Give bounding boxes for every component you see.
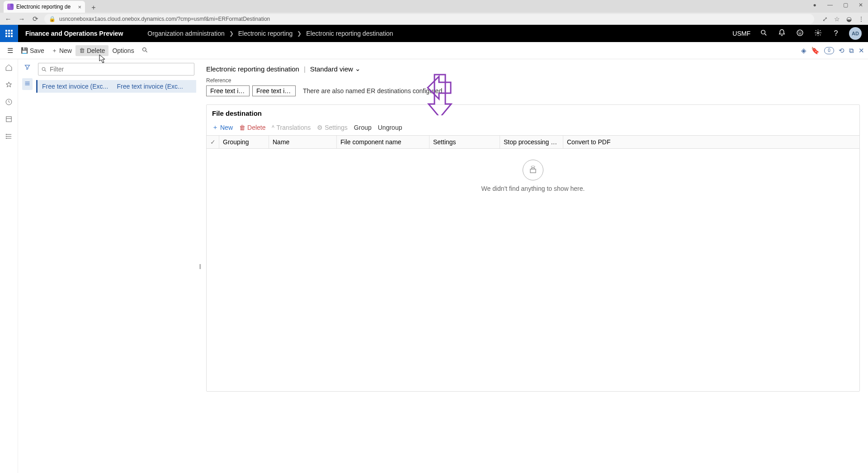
favicon-icon — [7, 4, 14, 10]
crumb-3[interactable]: Electronic reporting destination — [306, 30, 393, 37]
minimize-icon[interactable]: — — [826, 2, 834, 8]
star-icon[interactable] — [5, 81, 13, 90]
section-translations-button[interactable]: ᴬ Translations — [272, 123, 311, 132]
list-item-col2: Free text invoice (Exc... — [117, 83, 192, 90]
help-icon[interactable]: ? — [831, 29, 841, 38]
related-icon[interactable]: ◈ — [801, 47, 807, 55]
chevron-right-icon: ❯ — [297, 30, 302, 37]
section-delete-button[interactable]: 🗑 Delete — [239, 123, 265, 132]
trash-icon: 🗑 — [79, 47, 85, 54]
window-controls: ● — ▢ ✕ — [811, 2, 864, 8]
maximize-icon[interactable]: ▢ — [842, 2, 849, 8]
empty-state-text: We didn't find anything to show here. — [207, 185, 859, 192]
forward-icon[interactable]: → — [17, 15, 26, 23]
svg-line-21 — [45, 70, 46, 71]
grid-empty-state: We didn't find anything to show here. — [207, 149, 859, 219]
filter-icon[interactable] — [24, 64, 31, 72]
save-icon: 💾 — [21, 47, 28, 54]
kebab-icon[interactable]: ⋮ — [858, 15, 864, 23]
company-code[interactable]: USMF — [732, 30, 750, 37]
profile-icon[interactable]: ◒ — [846, 15, 852, 23]
grid-header-grouping[interactable]: Grouping — [219, 136, 269, 148]
view-selector[interactable]: Standard view ⌄ — [310, 65, 361, 73]
svg-point-4 — [801, 32, 801, 32]
action-toolbar: ☰ 💾 Save ＋ New 🗑 Delete Options ◈ 🔖 0 ⟲ … — [0, 42, 868, 59]
popout-icon[interactable]: ⧉ — [849, 47, 854, 55]
grid-header-file-component[interactable]: File component name — [337, 136, 429, 148]
grid-header-name[interactable]: Name — [269, 136, 337, 148]
account-dot-icon[interactable]: ● — [811, 2, 818, 8]
crumb-2[interactable]: Electronic reporting — [238, 30, 293, 37]
new-button[interactable]: ＋ New — [48, 45, 75, 57]
left-nav-rail — [0, 59, 18, 473]
svg-point-3 — [799, 32, 799, 32]
lock-icon: 🔒 — [49, 16, 56, 22]
list-item-col1: Free text invoice (Exc... — [42, 83, 117, 90]
svg-point-5 — [817, 32, 819, 33]
filter-input[interactable] — [38, 63, 194, 76]
filter-field[interactable] — [50, 66, 191, 73]
url-field[interactable]: 🔒 usnconeboxax1aos.cloud.onebox.dynamics… — [44, 14, 814, 24]
search-icon[interactable] — [759, 29, 769, 38]
browser-chrome: Electronic reporting de × + ● — ▢ ✕ ← → … — [0, 0, 868, 25]
callout-left-arrow-icon — [425, 61, 453, 115]
close-pane-icon[interactable]: ✕ — [859, 47, 864, 55]
section-group-button[interactable]: Group — [354, 123, 372, 132]
search-icon — [41, 66, 47, 72]
new-tab-button[interactable]: + — [88, 3, 99, 13]
page-title: Electronic reporting destination — [206, 65, 299, 73]
grid-header-settings[interactable]: Settings — [429, 136, 500, 148]
reference-value-1[interactable]: Free text inv... — [206, 85, 250, 96]
section-ungroup-button[interactable]: Ungroup — [378, 123, 402, 132]
grid-header-stop[interactable]: Stop processing on … — [500, 136, 563, 148]
list-item[interactable]: Free text invoice (Exc... Free text invo… — [36, 80, 196, 93]
reload-icon[interactable]: ⟳ — [31, 15, 40, 23]
star-icon[interactable]: ☆ — [834, 15, 840, 23]
detail-pane: Electronic reporting destination | Stand… — [202, 59, 868, 473]
gear-icon[interactable] — [813, 29, 823, 38]
section-title: File destination — [207, 105, 859, 122]
workspace-icon[interactable] — [5, 115, 13, 124]
home-icon[interactable] — [5, 64, 13, 73]
attach-icon[interactable]: 🔖 — [811, 47, 820, 55]
zoom-icon[interactable]: ⤢ — [822, 15, 828, 23]
bell-icon[interactable] — [777, 29, 787, 38]
options-button[interactable]: Options — [108, 45, 137, 56]
toolbar-search-icon[interactable] — [142, 47, 148, 55]
grid-header-row: ✓ Grouping Name File component name Sett… — [207, 135, 859, 149]
modules-icon[interactable] — [5, 132, 13, 142]
browser-tab[interactable]: Electronic reporting de × — [4, 1, 85, 13]
nav-toggle-button[interactable]: ☰ — [3, 47, 17, 55]
svg-point-0 — [761, 30, 765, 34]
section-new-button[interactable]: ＋ New — [212, 123, 233, 132]
close-window-icon[interactable]: ✕ — [857, 2, 864, 8]
app-title: Finance and Operations Preview — [18, 30, 130, 37]
close-tab-icon[interactable]: × — [78, 4, 81, 10]
grid-header-pdf[interactable]: Convert to PDF — [563, 136, 624, 148]
chevron-right-icon: ❯ — [229, 30, 234, 37]
list-tool-strip — [18, 59, 36, 473]
app-header: Finance and Operations Preview Organizat… — [0, 25, 868, 42]
section-settings-button[interactable]: ⚙ Settings — [317, 123, 348, 132]
svg-point-2 — [797, 30, 803, 36]
message-count-badge[interactable]: 0 — [824, 47, 834, 54]
chevron-down-icon: ⌄ — [355, 65, 361, 73]
delete-button[interactable]: 🗑 Delete — [75, 45, 108, 56]
recent-icon[interactable] — [5, 98, 13, 107]
list-view-icon[interactable] — [22, 78, 33, 90]
list-pane: Free text invoice (Exc... Free text invo… — [18, 59, 199, 473]
save-button[interactable]: 💾 Save — [17, 45, 48, 56]
refresh-icon[interactable]: ⟲ — [839, 47, 844, 55]
back-icon[interactable]: ← — [4, 15, 13, 23]
smile-icon[interactable] — [795, 29, 805, 38]
crumb-1[interactable]: Organization administration — [147, 30, 224, 37]
workspace: Free text invoice (Exc... Free text invo… — [0, 59, 868, 473]
file-destination-section: File destination ＋ New 🗑 Delete ᴬ Transl… — [206, 104, 860, 392]
reference-value-2[interactable]: Free text inv... — [252, 85, 296, 96]
reference-note: There are also named ER destinations con… — [303, 87, 444, 95]
address-bar: ← → ⟳ 🔒 usnconeboxax1aos.cloud.onebox.dy… — [0, 13, 868, 25]
avatar[interactable]: AD — [849, 27, 862, 40]
grid-select-all[interactable]: ✓ — [207, 136, 219, 148]
tab-strip: Electronic reporting de × + ● — ▢ ✕ — [0, 0, 868, 13]
app-launcher-button[interactable] — [0, 25, 18, 42]
